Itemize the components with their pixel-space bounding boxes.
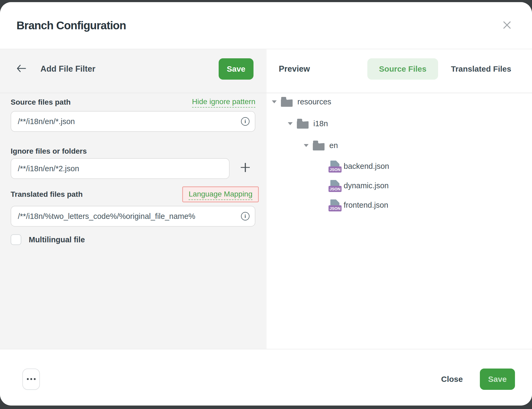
modal-header: Branch Configuration — [0, 2, 532, 49]
folder-icon — [313, 141, 325, 150]
json-file-icon: JSON — [330, 161, 339, 172]
preview-subheader: Preview Source Files Translated Files — [267, 49, 532, 93]
tree-row-file[interactable]: JSON frontend.json — [267, 197, 532, 214]
ignore-files-label: Ignore files or folders — [11, 147, 87, 156]
tree-row-folder[interactable]: resources — [267, 93, 532, 110]
language-mapping-highlight: Language Mapping — [182, 186, 259, 202]
modal-title: Branch Configuration — [16, 19, 126, 32]
info-icon[interactable] — [241, 117, 250, 126]
tree-row-folder[interactable]: i18n — [267, 115, 532, 132]
close-button[interactable]: Close — [441, 375, 463, 384]
ellipsis-icon — [27, 378, 29, 380]
modal-subheader: Add File Filter Save Preview Source File… — [0, 49, 532, 93]
close-modal-button[interactable] — [501, 20, 513, 31]
filter-subheader: Add File Filter Save — [0, 49, 267, 93]
caret-down-icon[interactable] — [272, 100, 277, 103]
folder-icon — [281, 97, 293, 107]
caret-down-icon[interactable] — [304, 144, 309, 147]
tree-row-file[interactable]: JSON dynamic.json — [267, 177, 532, 194]
close-icon — [503, 21, 511, 30]
tab-translated-files[interactable]: Translated Files — [451, 64, 511, 73]
source-files-path-label: Source files path — [11, 97, 71, 108]
caret-down-icon[interactable] — [288, 122, 293, 125]
filter-panel-title: Add File Filter — [40, 64, 95, 74]
back-button[interactable] — [16, 64, 27, 74]
tree-row-file[interactable]: JSON backend.json — [267, 158, 532, 175]
branch-configuration-modal: Branch Configuration Add File Filter Sav… — [0, 2, 532, 406]
source-files-path-input[interactable] — [11, 111, 255, 132]
folder-icon — [297, 119, 309, 129]
info-icon[interactable] — [241, 212, 250, 220]
preview-file-tree: resources i18n en JSON backend.json — [267, 93, 532, 349]
json-file-icon: JSON — [330, 199, 339, 211]
tree-row-folder[interactable]: en — [267, 137, 532, 154]
back-arrow-icon — [16, 64, 26, 73]
tab-source-files[interactable]: Source Files — [367, 58, 438, 80]
language-mapping-link[interactable]: Language Mapping — [189, 190, 252, 200]
filter-save-button[interactable]: Save — [219, 58, 253, 80]
save-button[interactable]: Save — [480, 369, 515, 390]
add-ignore-pattern-button[interactable] — [240, 162, 251, 173]
ignore-files-input[interactable] — [11, 158, 230, 179]
multilingual-file-checkbox[interactable] — [11, 234, 21, 245]
preview-title: Preview — [279, 64, 310, 74]
translated-files-path-label: Translated files path — [11, 189, 83, 200]
multilingual-file-label: Multilingual file — [29, 235, 85, 244]
translated-files-path-input[interactable] — [11, 206, 255, 227]
json-file-icon: JSON — [330, 180, 339, 191]
modal-footer: Close Save — [0, 349, 532, 406]
more-options-button[interactable] — [22, 369, 40, 390]
hide-ignore-pattern-link[interactable]: Hide ignore pattern — [192, 98, 255, 108]
modal-content: Source files path Hide ignore pattern Ig… — [0, 93, 532, 349]
file-filter-form: Source files path Hide ignore pattern Ig… — [0, 93, 267, 349]
